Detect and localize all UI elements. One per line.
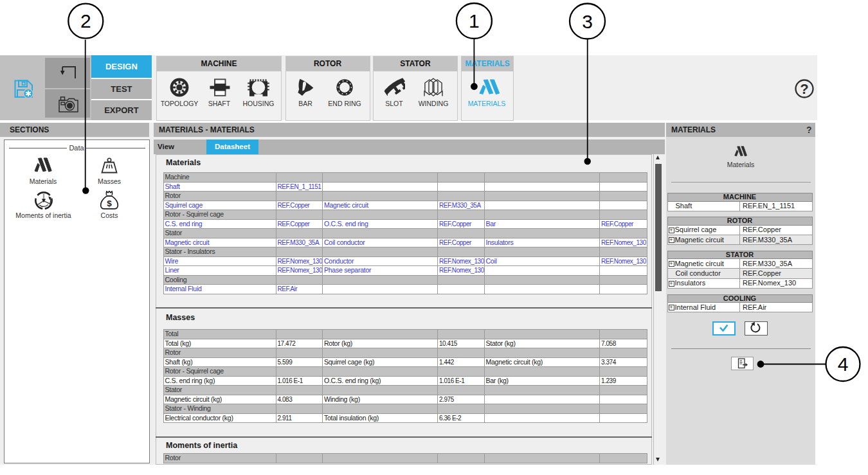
svg-text:?: ? (800, 81, 808, 97)
svg-text:$: $ (107, 199, 112, 208)
svg-text:2: 2 (80, 10, 91, 31)
svg-text:1: 1 (469, 10, 480, 31)
svg-text:3: 3 (582, 11, 593, 32)
svg-text:4: 4 (838, 354, 849, 375)
